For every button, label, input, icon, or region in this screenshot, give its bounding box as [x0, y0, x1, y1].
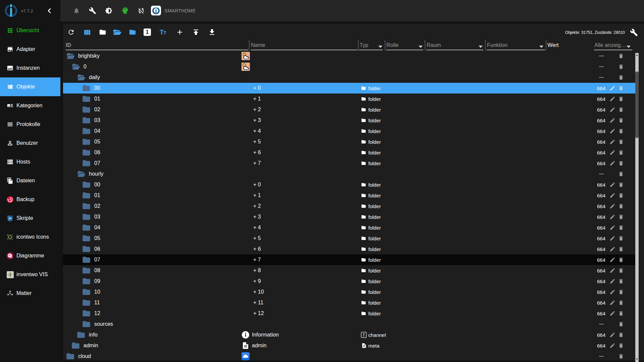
svg-text:JS: JS — [8, 217, 12, 220]
svg-text:Bright Sky: Bright Sky — [243, 70, 249, 71]
svg-text:Bright Sky: Bright Sky — [243, 59, 249, 60]
